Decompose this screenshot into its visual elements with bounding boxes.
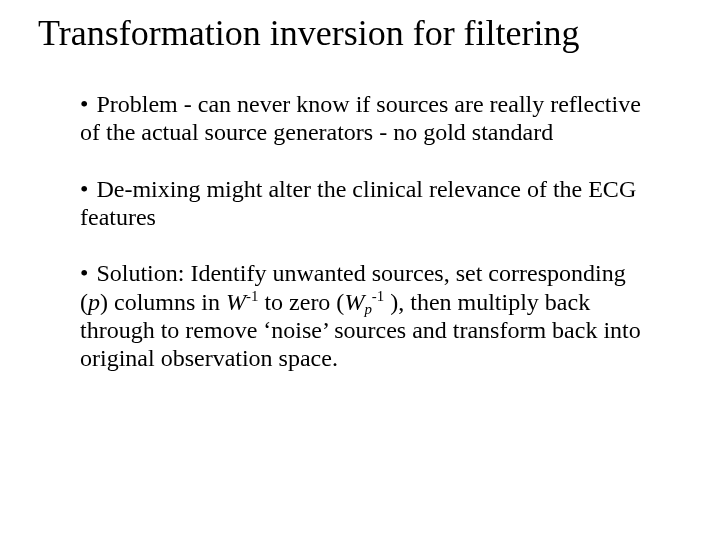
bullet-2-text: De-mixing might alter the clinical relev… (80, 176, 636, 230)
var-w: W (344, 289, 364, 315)
slide-title: Transformation inversion for filtering (38, 14, 580, 54)
bullet-icon: • (80, 91, 88, 117)
var-p: p (88, 289, 100, 315)
slide: Transformation inversion for filtering •… (0, 0, 720, 540)
slide-body: • Problem - can never know if sources ar… (80, 90, 645, 401)
bullet-3-text-c: to zero ( (258, 289, 344, 315)
subscript-p: p (364, 301, 371, 317)
bullet-1: • Problem - can never know if sources ar… (80, 90, 645, 147)
var-w: W (226, 289, 246, 315)
bullet-1-text: Problem - can never know if sources are … (80, 91, 641, 145)
bullet-3-text-b: ) columns in (100, 289, 226, 315)
bullet-icon: • (80, 260, 88, 286)
superscript-inv: -1 (372, 288, 384, 304)
bullet-3: • Solution: Identify unwanted sources, s… (80, 259, 645, 372)
bullet-icon: • (80, 176, 88, 202)
bullet-2: • De-mixing might alter the clinical rel… (80, 175, 645, 232)
superscript-inv: -1 (246, 288, 258, 304)
